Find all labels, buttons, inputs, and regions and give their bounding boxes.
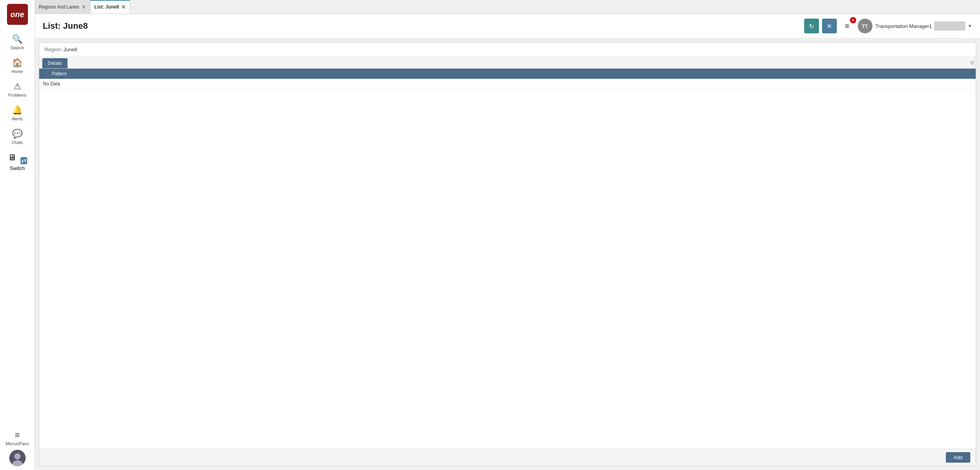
add-button[interactable]: Add <box>946 452 970 463</box>
user-avatar-sidebar[interactable] <box>9 450 26 466</box>
table-header-pattern: Pattern <box>48 69 976 79</box>
star-badge: ★ <box>850 17 856 23</box>
search-icon: 🔍 <box>12 34 23 44</box>
sidebar-item-problems[interactable]: ⚠ Problems <box>0 78 35 101</box>
no-data-row: No Data <box>39 79 976 89</box>
chevron-down-icon[interactable]: ▼ <box>968 23 972 29</box>
content-area: Region: June8 Details ⧉ Pattern <box>35 38 980 470</box>
menu-lines-icon: ≡ <box>15 430 20 440</box>
sidebar-item-menus-favs[interactable]: ≡ Menus/Favs <box>0 426 35 450</box>
tab-regions-and-lanes[interactable]: Regions And Lanes ✕ <box>35 0 90 14</box>
user-name: Transportation Manager1 <box>876 23 932 29</box>
sidebar-item-alerts[interactable]: 🔔 Alerts <box>0 101 35 125</box>
warning-icon: ⚠ <box>14 82 21 92</box>
tab-close-list[interactable]: ✕ <box>121 4 126 10</box>
monitor-icon: 🖥 <box>8 153 16 163</box>
user-initials: TT <box>862 23 868 29</box>
user-initials-avatar[interactable]: TT <box>858 19 872 33</box>
sidebar-item-search[interactable]: 🔍 Search <box>0 30 35 54</box>
home-icon: 🏠 <box>12 58 23 68</box>
sidebar-item-chats[interactable]: 💬 Chats <box>0 125 35 149</box>
sidebar-item-label-menus: Menus/Favs <box>6 441 29 446</box>
page-title: List: June8 <box>43 21 804 31</box>
tab-bar: Regions And Lanes ✕ List: June8 ✕ <box>35 0 980 14</box>
main-content: Regions And Lanes ✕ List: June8 ✕ List: … <box>35 0 980 470</box>
sidebar-item-label-alerts: Alerts <box>12 116 23 121</box>
content-panel: Region: June8 Details ⧉ Pattern <box>39 42 976 466</box>
region-header: Region: June8 <box>39 43 976 57</box>
table-header-row: Pattern <box>39 69 976 79</box>
chat-icon: 💬 <box>12 129 23 139</box>
tab-label-regions: Regions And Lanes <box>39 4 79 10</box>
details-tab-bar: Details ⧉ <box>39 57 976 69</box>
sidebar-item-label-problems: Problems <box>8 93 26 97</box>
table-container: Pattern No Data <box>39 69 976 449</box>
switch-icons-container: 🖥 ⇄ <box>8 153 27 164</box>
data-table: Pattern No Data <box>39 69 976 89</box>
sidebar-item-label-search: Search <box>10 45 24 50</box>
app-logo[interactable]: one <box>7 4 28 25</box>
sidebar-item-switch[interactable]: 🖥 ⇄ Switch <box>0 149 35 175</box>
region-value: June8 <box>63 47 77 52</box>
header-actions: ↻ ✕ ≡ ★ TT Transportation Manager1 ▼ <box>804 19 972 33</box>
sidebar-item-label-home: Home <box>12 69 23 74</box>
table-header-checkbox <box>39 69 48 79</box>
svg-point-1 <box>14 453 21 460</box>
tab-label-list: List: June8 <box>94 4 119 10</box>
details-tab-label: Details <box>48 61 62 66</box>
refresh-button[interactable]: ↻ <box>804 19 819 33</box>
logo-text: one <box>10 10 24 19</box>
switch-badge-icon: ⇄ <box>21 157 27 164</box>
region-label: Region: <box>45 47 62 52</box>
no-data-cell: No Data <box>39 79 976 89</box>
page-header: List: June8 ↻ ✕ ≡ ★ TT Transportation Ma… <box>35 14 980 38</box>
sidebar: one 🔍 Search 🏠 Home ⚠ Problems 🔔 Alerts … <box>0 0 35 470</box>
sidebar-item-home[interactable]: 🏠 Home <box>0 54 35 78</box>
resize-handle[interactable]: ⧉ <box>970 59 974 66</box>
menu-button[interactable]: ≡ ★ <box>840 19 855 33</box>
tab-close-regions[interactable]: ✕ <box>82 4 86 10</box>
sidebar-bottom: ≡ Menus/Favs <box>0 426 35 470</box>
bell-icon: 🔔 <box>12 105 23 115</box>
menu-lines-header-icon: ≡ <box>845 22 850 31</box>
sidebar-item-label-chats: Chats <box>12 140 23 145</box>
sidebar-item-label-switch: Switch <box>10 165 24 171</box>
user-name-box <box>934 21 965 31</box>
tab-list-june8[interactable]: List: June8 ✕ <box>90 0 130 14</box>
tab-details[interactable]: Details <box>42 58 68 68</box>
content-footer: Add <box>39 449 976 466</box>
close-button[interactable]: ✕ <box>822 19 837 33</box>
user-name-section: Transportation Manager1 ▼ <box>876 21 972 31</box>
